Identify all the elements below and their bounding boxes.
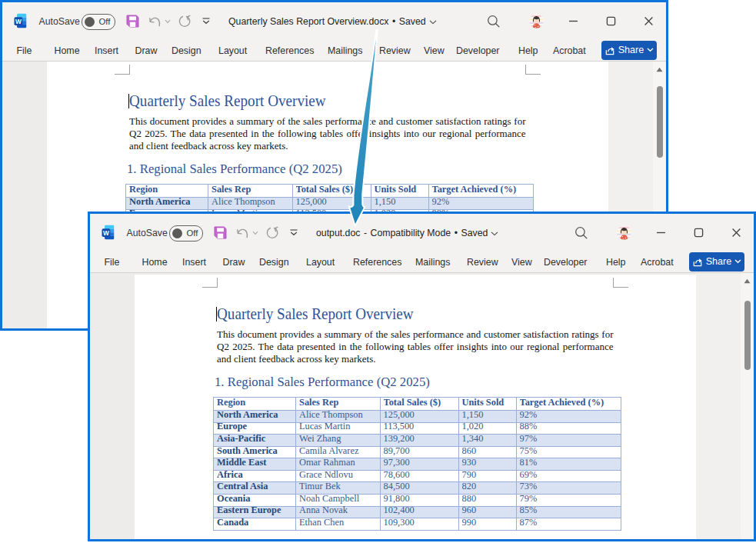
svg-text:W: W [102, 229, 108, 237]
svg-text:W: W [15, 18, 21, 25]
